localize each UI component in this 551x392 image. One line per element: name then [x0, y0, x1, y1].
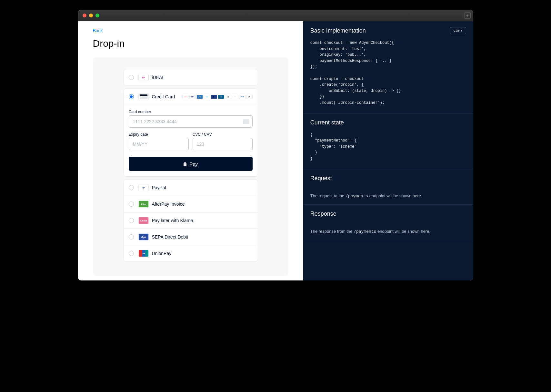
afterpay-icon: After [138, 201, 149, 208]
payment-method-klarna[interactable]: Klarna Pay later with Klarna. [124, 212, 258, 229]
dropin-container: iD iDEAL Credit Card ●● VISA A [93, 57, 288, 276]
response-body: The response from the /payments endpoint… [303, 223, 473, 240]
copy-button[interactable]: COPY [450, 27, 466, 34]
new-tab-button[interactable]: + [464, 12, 471, 19]
card-brands: ●● VISA AE ●● ▮ UP ◔ — JCB ●P [182, 95, 253, 99]
cvc-label: CVC / CVV [193, 132, 253, 137]
radio-icon [129, 94, 134, 99]
pay-button-label: Pay [189, 161, 198, 167]
payment-method-ideal[interactable]: iD iDEAL [123, 69, 258, 86]
state-code: { "paymentMethod": { "type": "scheme" } … [303, 132, 473, 169]
pm-label: iDEAL [152, 75, 165, 80]
payment-method-afterpay[interactable]: After AfterPay Invoice [124, 196, 258, 212]
expiry-input[interactable] [129, 138, 189, 150]
panel-state: Current state { "paymentMethod": { "type… [303, 113, 473, 169]
cvc-input[interactable] [193, 138, 253, 150]
payment-method-card-expanded: Credit Card ●● VISA AE ●● ▮ UP ◔ — JCB [123, 88, 258, 177]
panel-request: Request The request to the /payments end… [303, 169, 473, 205]
panel-response: Response The response from the /payments… [303, 205, 473, 240]
credit-card-icon [138, 93, 149, 100]
payment-method-card-header[interactable]: Credit Card ●● VISA AE ●● ▮ UP ◔ — JCB [124, 89, 258, 105]
titlebar: + [78, 10, 473, 21]
paypal-icon: PP [138, 184, 149, 191]
pm-label: Credit Card [152, 94, 175, 99]
panel-title: Current state [310, 119, 344, 126]
right-pane: Basic Implementation COPY const checkout… [303, 21, 473, 280]
ideal-icon: iD [138, 74, 149, 81]
card-form: Card number Expiry date [124, 110, 258, 176]
left-pane: Back Drop-in iD iDEAL [78, 21, 303, 280]
content: Back Drop-in iD iDEAL [78, 21, 473, 280]
panel-title: Response [310, 211, 336, 217]
payment-method-group: PP PayPal After AfterPay Invoice Klarna … [123, 179, 258, 262]
payment-method-paypal[interactable]: PP PayPal [124, 180, 258, 196]
payment-method-sepa[interactable]: s€pa SEPA Direct Debit [124, 229, 258, 245]
card-number-input[interactable] [129, 115, 253, 128]
pay-button[interactable]: Pay [129, 157, 253, 171]
radio-icon [129, 251, 134, 256]
app-window: + Back Drop-in iD iDEAL [78, 10, 473, 280]
panel-title: Basic Implementation [310, 27, 366, 34]
panel-implementation: Basic Implementation COPY const checkout… [303, 21, 473, 113]
close-window-button[interactable] [83, 14, 86, 17]
implementation-code: const checkout = new AdyenCheckout({ env… [303, 40, 473, 113]
pm-label: UnionPay [152, 251, 172, 256]
pm-label: AfterPay Invoice [152, 201, 185, 207]
back-link[interactable]: Back [93, 28, 103, 33]
page-title: Drop-in [93, 38, 288, 49]
expiry-label: Expiry date [129, 132, 189, 137]
window-controls [83, 14, 99, 17]
panel-title: Request [310, 175, 332, 182]
radio-icon [129, 218, 134, 223]
pm-label: Pay later with Klarna. [152, 218, 195, 223]
unionpay-icon: UP [138, 250, 149, 257]
lock-icon [183, 162, 187, 166]
card-number-label: Card number [129, 110, 253, 114]
pm-label: SEPA Direct Debit [152, 234, 188, 240]
sepa-icon: s€pa [138, 233, 149, 240]
card-preview-icon [243, 119, 249, 124]
minimize-window-button[interactable] [89, 14, 93, 17]
pm-label: PayPal [152, 185, 166, 190]
payment-method-unionpay[interactable]: UP UnionPay [124, 245, 258, 261]
maximize-window-button[interactable] [95, 14, 99, 17]
radio-icon [129, 75, 134, 80]
radio-icon [129, 185, 134, 190]
radio-icon [129, 234, 134, 240]
request-body: The request to the /payments endpoint wi… [303, 188, 473, 204]
radio-icon [129, 201, 134, 207]
klarna-icon: Klarna [138, 217, 149, 224]
